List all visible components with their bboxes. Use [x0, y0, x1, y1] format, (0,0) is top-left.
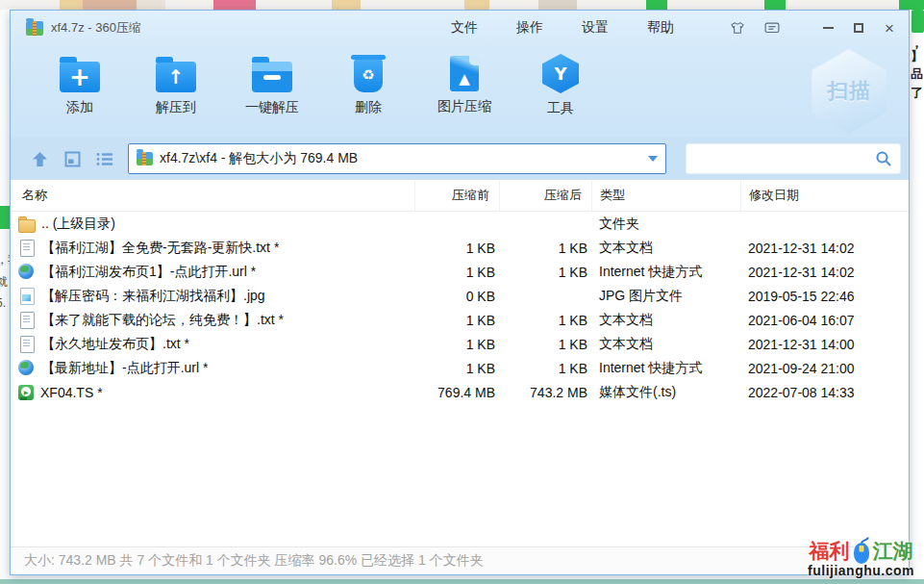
file-row[interactable]: 【最新地址】-点此打开.url * 1 KB 1 KB Internet 快捷方…	[11, 356, 909, 380]
menu-item[interactable]: 操作	[516, 19, 543, 37]
scan-badge[interactable]: 扫描	[809, 49, 889, 134]
column-header-type[interactable]: 类型	[591, 180, 740, 211]
column-header-date[interactable]: 修改日期	[740, 180, 899, 211]
app-window: xf4.7z - 360压缩 文件操作设置帮助 ×	[10, 10, 910, 575]
file-date: 2021-09-24 21:00	[740, 361, 899, 376]
oneclick-extract-icon	[252, 62, 292, 92]
file-size-after: 1 KB	[499, 313, 591, 328]
file-row[interactable]: .. (上级目录) 文件夹	[11, 212, 909, 236]
column-header-name[interactable]: 名称	[14, 180, 414, 211]
background-bottom-strip	[0, 579, 924, 584]
list-header: 名称 压缩前 压缩后 类型 修改日期	[11, 180, 909, 212]
file-row[interactable]: 【永久地址发布页】.txt * 1 KB 1 KB 文本文档 2021-12-3…	[11, 332, 909, 356]
text-file-icon	[18, 312, 35, 328]
tools-icon: Y	[542, 54, 579, 93]
list-view-icon[interactable]	[95, 150, 114, 167]
file-date: 2021-12-31 14:00	[740, 337, 899, 352]
url-file-icon	[18, 264, 35, 280]
file-date: 2022-07-08 14:33	[740, 385, 899, 400]
toolbar: + 添加 ↑ 解压到 一键解压 ♻ 删除	[11, 45, 909, 138]
scan-badge-label: 扫描	[827, 77, 871, 106]
text-file-icon	[18, 336, 35, 352]
toolbar-button-label: 解压到	[139, 99, 212, 116]
file-size-after: 1 KB	[499, 337, 591, 352]
toolbar-button-label: 添加	[43, 99, 116, 116]
address-path: xf4.7z\xf4 - 解包大小为 769.4 MB	[160, 150, 642, 167]
menu-item[interactable]: 设置	[582, 19, 609, 37]
file-size-after: 1 KB	[499, 241, 591, 256]
file-row[interactable]: 【福利江湖发布页1】-点此打开.url * 1 KB 1 KB Internet…	[11, 260, 909, 284]
file-row[interactable]: XF04.TS * 769.4 MB 743.2 MB 媒体文件(.ts) 20…	[11, 380, 909, 404]
toolbar-button-label: 一键解压	[236, 99, 309, 116]
file-name: 【最新地址】-点此打开.url *	[41, 360, 208, 377]
feedback-icon[interactable]	[764, 20, 780, 36]
search-input[interactable]	[694, 144, 875, 173]
toolbar-button[interactable]: ↑ 解压到	[139, 53, 212, 117]
file-size-after: 1 KB	[499, 361, 591, 376]
status-bar: 大小: 743.2 MB 共 7 个文件和 1 个文件夹 压缩率 96.6% 已…	[11, 546, 909, 574]
file-name: 【福利江湖】全免费-无套路-更新快.txt *	[41, 240, 279, 257]
file-list: 名称 压缩前 压缩后 类型 修改日期 .. (上级目录) 文件夹	[11, 180, 909, 546]
close-icon[interactable]: ×	[882, 20, 897, 36]
text-file-icon	[18, 240, 35, 256]
file-name: 【永久地址发布页】.txt *	[41, 336, 189, 353]
background-left-strip: ，我就5.	[0, 10, 10, 579]
title-bar[interactable]: xf4.7z - 360压缩 文件操作设置帮助 ×	[11, 11, 909, 45]
file-name: 【来了就能下载的论坛，纯免费！】.txt *	[41, 312, 284, 329]
image-file-icon	[18, 288, 35, 304]
file-type: Internet 快捷方式	[591, 360, 740, 377]
toolbar-button-label: 删除	[332, 99, 405, 116]
background-fragment-text: 了	[911, 85, 923, 102]
file-date: 2021-06-04 16:07	[740, 313, 899, 328]
search-icon[interactable]	[875, 150, 892, 167]
menu-item[interactable]: 文件	[451, 19, 478, 37]
file-size-before: 769.4 MB	[414, 385, 499, 400]
preview-pane-icon[interactable]	[62, 150, 82, 167]
add-folder-icon: +	[60, 62, 100, 92]
up-directory-icon[interactable]	[30, 150, 49, 167]
address-dropdown-icon[interactable]	[648, 156, 658, 162]
file-row[interactable]: 【来了就能下载的论坛，纯免费！】.txt * 1 KB 1 KB 文本文档 20…	[11, 308, 909, 332]
toolbar-button[interactable]: 一键解压	[236, 53, 309, 117]
file-rows: .. (上级目录) 文件夹 【福利江湖】全免费-无套路-更新快.txt *	[11, 212, 909, 404]
window-title: xf4.7z - 360压缩	[51, 19, 141, 37]
menu-bar: 文件操作设置帮助	[451, 19, 674, 37]
toolbar-button-label: 工具	[524, 100, 597, 117]
search-box[interactable]	[686, 143, 901, 174]
toolbar-button-label: 图片压缩	[428, 98, 501, 115]
menu-item[interactable]: 帮助	[647, 19, 674, 37]
address-bar[interactable]: xf4.7z\xf4 - 解包大小为 769.4 MB	[128, 143, 666, 174]
file-name: .. (上级目录)	[41, 216, 115, 233]
background-fragment-text: 品	[911, 65, 923, 83]
file-type: 文本文档	[591, 240, 740, 257]
file-size-before: 1 KB	[414, 313, 499, 328]
toolbar-button[interactable]: ♻ 删除	[332, 53, 405, 117]
file-date: 2021-12-31 14:02	[740, 241, 899, 256]
image-compress-icon: ▲	[450, 56, 479, 91]
archive-file-icon	[137, 152, 153, 165]
minimize-icon[interactable]	[820, 20, 836, 36]
address-row: xf4.7z\xf4 - 解包大小为 769.4 MB	[11, 138, 909, 180]
column-header-size-after[interactable]: 压缩后	[499, 180, 591, 211]
file-row[interactable]: 【解压密码：来福利江湖找福利】.jpg 0 KB JPG 图片文件 2019-0…	[11, 284, 909, 308]
background-top-strip	[0, 0, 924, 10]
file-row[interactable]: 【福利江湖】全免费-无套路-更新快.txt * 1 KB 1 KB 文本文档 2…	[11, 236, 909, 260]
background-green-block	[0, 206, 10, 229]
file-type: 文本文档	[591, 312, 740, 329]
status-text: 大小: 743.2 MB 共 7 个文件和 1 个文件夹 压缩率 96.6% 已…	[24, 552, 484, 570]
delete-trash-icon: ♻	[354, 58, 383, 92]
skin-theme-icon[interactable]	[730, 20, 745, 36]
file-type: 文件夹	[591, 216, 740, 233]
toolbar-button[interactable]: Y 工具	[524, 53, 597, 117]
background-fragment-text: 就	[0, 274, 8, 291]
toolbar-button[interactable]: ▲ 图片压缩	[428, 53, 501, 117]
toolbar-button[interactable]: + 添加	[43, 53, 116, 117]
app-archive-icon	[26, 21, 43, 36]
file-date: 2019-05-15 22:46	[740, 289, 899, 304]
url-file-icon	[18, 360, 35, 376]
file-size-after: 743.2 MB	[499, 385, 591, 400]
column-header-size-before[interactable]: 压缩前	[414, 180, 499, 211]
file-name: 【解压密码：来福利江湖找福利】.jpg	[41, 288, 265, 305]
file-type: Internet 快捷方式	[591, 264, 740, 281]
maximize-icon[interactable]	[851, 20, 866, 36]
